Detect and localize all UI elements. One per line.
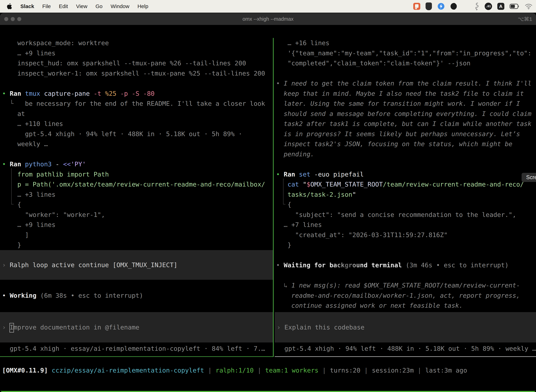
- window-title: omx --xhigh --madmax: [0, 16, 536, 22]
- terminal-line: task2 after task1 is complete, but can I…: [275, 119, 536, 129]
- dots-grid-icon[interactable]: [463, 3, 469, 9]
- pane-left-status: gpt-5.4 xhigh · essay/ai-reimplementatio…: [0, 344, 273, 354]
- terminal-line: {: [0, 200, 273, 210]
- window-titlebar: omx --xhigh --madmax ⌥⌘1: [0, 13, 536, 25]
- terminal-line: gpt-5.4 xhigh · 94% left · 488K in · 5.1…: [0, 129, 273, 139]
- tmux-pane-left[interactable]: workspace_mode: worktree … +9 lines insp…: [0, 38, 273, 357]
- terminal-line: p = Path('.omx/state/team/review-current…: [0, 179, 273, 190]
- pane-right-status: gpt-5.4 xhigh · 94% left · 488K in · 5.1…: [275, 344, 536, 354]
- terminal-line: inspect_hud: omx sparkshell --tmux-pane …: [0, 58, 273, 68]
- terminal-line: {: [275, 200, 536, 210]
- terminal-line: from pathlib import Path: [0, 169, 273, 179]
- menu-go[interactable]: Go: [96, 3, 103, 9]
- terminal-line: … +16 lines: [275, 38, 536, 48]
- terminal-line: continue assigned work or next feasible …: [275, 300, 536, 311]
- terminal-line: "created_at": "2026-03-31T11:59:27.816Z": [275, 230, 536, 240]
- terminal-line: readme-and-reco/mailbox/worker-1.json, a…: [275, 290, 536, 301]
- terminal-line: • I need to get the claim token from the…: [275, 78, 536, 89]
- terminal-line: "worker": "worker-1",: [0, 210, 273, 220]
- terminal-line: [0, 78, 273, 89]
- pane-right-border: [275, 356, 536, 357]
- terminal-line: is in progress? It seems likely but perh…: [275, 129, 536, 139]
- terminal-line: workspace_mode: worktree: [0, 38, 273, 48]
- badge-61-icon[interactable]: ..61: [485, 3, 492, 10]
- terminal-line: }: [0, 240, 273, 250]
- pane-divider[interactable]: [273, 38, 274, 357]
- terminal-line: … +9 lines: [0, 48, 273, 58]
- prompt-input-left[interactable]: › Improve documentation in @filename: [0, 312, 273, 342]
- terminal-line: … +110 lines: [0, 119, 273, 129]
- terminal-line: inspect_worker-1: omx sparkshell --tmux-…: [0, 68, 273, 79]
- tooltip: Scre: [522, 173, 536, 182]
- terminal-content: workspace_mode: worktree … +9 lines insp…: [0, 25, 536, 392]
- terminal-line: keep that in mind. Maybe I also need the…: [275, 89, 536, 99]
- text-cursor: [10, 323, 14, 332]
- blue-bolt-badge-icon[interactable]: [437, 2, 445, 10]
- input-source-icon[interactable]: A: [497, 3, 504, 10]
- terminal-line: └ be necessary for the end of the README…: [0, 98, 273, 109]
- terminal-line: "completed","claim_token":"claim-token"}…: [275, 58, 536, 68]
- terminal-band-line: › Ralph loop active continue [OMX_TMUX_I…: [0, 250, 273, 280]
- tmux-pane-right[interactable]: … +16 lines '{"team_name":"my-team","tas…: [275, 38, 536, 357]
- terminal-line: • Ran python3 - <<'PY': [0, 159, 273, 169]
- terminal-line: … +9 lines: [0, 220, 273, 230]
- terminal-line: at: [0, 109, 273, 119]
- menu-window[interactable]: Window: [111, 3, 129, 9]
- terminal-line: [275, 68, 536, 79]
- terminal-line: inspect task2's JSON, focusing on the st…: [275, 139, 536, 149]
- tool-thread-line: [283, 178, 283, 205]
- terminal-line: "subject": "send a concise recommendatio…: [275, 210, 536, 220]
- terminal-line: pending.: [275, 149, 536, 159]
- wifi-icon[interactable]: [525, 3, 532, 9]
- menu-help[interactable]: Help: [138, 3, 148, 9]
- terminal-line: … +3 lines: [0, 190, 273, 200]
- terminal-line: [0, 280, 273, 290]
- terminal-line: weekly …: [0, 139, 273, 149]
- terminal-window: omx --xhigh --madmax ⌥⌘1 workspace_mode:…: [0, 13, 536, 392]
- terminal-line: tasks/task-2.json": [275, 190, 536, 200]
- terminal-line: [275, 270, 536, 280]
- menu-edit[interactable]: Edit: [59, 3, 68, 9]
- terminal-line: later. Using the same for transition mig…: [275, 98, 536, 109]
- terminal-line: [275, 159, 536, 169]
- keypad-shield-icon[interactable]: [426, 2, 432, 10]
- tool-thread-line: [11, 168, 12, 205]
- screen: Slack File Edit View Go Window Help ..61: [0, 0, 536, 392]
- terminal-line: ↳ 1 new msg(s): read $OMX_TEAM_STATE_ROO…: [275, 280, 536, 290]
- terminal-line: • Ran set -euo pipefail: [275, 169, 536, 179]
- battery-icon[interactable]: [510, 4, 519, 9]
- terminal-line: • Working (6m 38s • esc to interrupt): [0, 290, 273, 301]
- terminal-line: '{"team_name":"my-team","task_id":"1","f…: [275, 48, 536, 58]
- screen-record-icon[interactable]: [413, 3, 420, 10]
- menu-file[interactable]: File: [42, 3, 51, 9]
- terminal-line: … +7 lines: [275, 220, 536, 230]
- terminal-line: • Ran tmux capture-pane -t %25 -p -S -80: [0, 89, 273, 99]
- tmux-status-bar: [omx-cczip0:bash* "MacBook-Pro-44.local"…: [0, 391, 536, 392]
- terminal-line: ]: [0, 230, 273, 240]
- menu-view[interactable]: View: [76, 3, 87, 9]
- contrast-circle-icon[interactable]: [450, 3, 458, 10]
- terminal-line: }: [275, 240, 536, 250]
- menu-bar: Slack File Edit View Go Window Help ..61: [0, 0, 536, 13]
- pane-left-border: [0, 356, 273, 357]
- prompt-input-right[interactable]: › Explain this codebase: [275, 312, 536, 342]
- terminal-line: should send a message before completing …: [275, 109, 536, 119]
- menu-app-name[interactable]: Slack: [20, 3, 34, 9]
- apple-logo-icon[interactable]: [6, 3, 12, 10]
- terminal-line: cat "$OMX_TEAM_STATE_ROOT/team/review-cu…: [275, 179, 536, 190]
- squiggle-icon[interactable]: [474, 2, 479, 10]
- omx-status-line: [OMX#0.11.9] cczip/essay/ai-reimplementa…: [2, 365, 467, 375]
- terminal-line: • Waiting for background terminal (3m 46…: [275, 260, 536, 270]
- terminal-line: [275, 250, 536, 260]
- terminal-line: [0, 149, 273, 159]
